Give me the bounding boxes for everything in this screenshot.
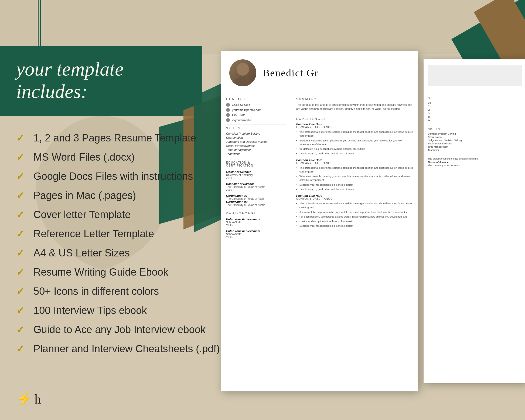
resume2-exp-note: The professional experience section shou… [428,157,522,160]
check-icon: ✓ [16,343,27,355]
skills-list: Complex Problem Solving Coordination Jud… [226,132,286,155]
skill-item: Judgment and Decision Making [226,140,286,143]
skill-item: Coordination [226,136,286,139]
exp-bullet-2-2: For each position, use detailed actions … [296,215,413,219]
exp-bullet-0-1: Include any specific accomplishments you… [296,139,413,147]
check-icon: ✓ [16,133,27,144]
resume2-item-4: Ti [428,116,522,118]
list-item: ✓ Guide to Ace any Job Interview ebook [16,324,221,336]
exp-bullet-0-3: * Avoid using 'I,' 'and,' 'the,' and the… [296,152,413,155]
edu-degree-2: Certification #1 [226,194,286,197]
banner-title: your template includes: [16,58,200,103]
exp-bullet-2-1: If you want the emphasis to be on your t… [296,210,413,214]
exp-bullet-1-0: The professional experience section shou… [296,166,413,174]
check-icon: ✓ [16,286,27,297]
resume-left-column: Contact 333.333.3333 youremail@email.com… [221,92,291,391]
edu-degree-3: Certification #2 [226,200,286,204]
list-item: ✓ Planner and Interview Cheatsheets (.pd… [16,343,221,355]
resume2-skill-coordination: Coordination [428,136,522,138]
edu-degree-0: Master of Science [226,170,286,174]
edu-school-2: The University of Texas at Austin [226,197,286,200]
list-item: ✓ MS Word Files (.docx) [16,151,221,163]
list-item-text: 50+ Icons in different colors [33,286,159,297]
achievement-list: Enter Your Achievement School/State YEAR… [226,218,286,239]
logo-wing-icon: ⚡ [16,391,32,407]
resume-body: Contact 333.333.3333 youremail@email.com… [221,92,418,391]
linkedin-icon [226,118,230,122]
list-item-text: Resume Writing Guide Ebook [33,266,168,278]
contact-phone: 333.333.3333 [226,103,286,107]
list-item: ✓ 100 Interview Tips ebook [16,305,221,316]
resume2-skills-section: Skills Complex Problem Solving Coordinat… [424,125,525,155]
resume2-section-title: S [428,97,522,100]
svg-point-1 [233,77,253,86]
list-item: ✓ Cover letter Template [16,209,221,221]
resume2-item-3: Sc [428,112,522,115]
achievement-item-1: Enter Your Achievement School/State YEAR [226,229,286,239]
skill-item: Teamwork [226,152,286,155]
summary-text: The purpose of this area is to direct em… [296,103,413,111]
resume2-skills-title: Skills [428,128,522,131]
resume2-skill-judgment: Judgment and Decision Making [428,139,522,142]
exp-bullet-0-2: Be details in your descriptions without … [296,147,413,151]
list-item-text: Guide to Ace any Job Interview ebook [33,324,206,336]
list-item: ✓ 1, 2 and 3 Pages Resume Template [16,132,221,144]
edu-degree-1: Bachelor of Science [226,182,286,185]
resume-preview-card-2: S Co Co Ju Sc Ti Te Skills Complex Probl… [424,59,525,383]
check-icon: ✓ [16,152,27,163]
exp-company-1: COMPANY|DATE RANGE [296,162,413,165]
list-item-text: Reference Letter Template [33,228,154,240]
education-section-title: Education &Certification [226,161,286,167]
location-icon [226,113,230,117]
contact-linkedin: in/yourlinkedin [226,118,286,122]
list-item-text: Cover letter Template [33,209,131,221]
svg-point-2 [237,63,249,76]
summary-section-title: Summary [296,97,413,101]
avatar [229,59,256,86]
exp-bullet-2-0: The professional experience section shou… [296,202,413,209]
exp-bullet-2-4: Describe your responsibilities in concis… [296,224,413,228]
resume2-header [424,59,525,94]
resume2-skill-time: Time Management [428,145,522,148]
exp-company-0: COMPANY|DATE RANGE [296,126,413,129]
brand-logo: ⚡ h [16,391,41,407]
list-item: ✓ A4 & US Letter Sizes [16,247,221,259]
list-item: ✓ Resume Writing Guide Ebook [16,266,221,278]
edu-year-0: 2011 [226,177,286,179]
list-item: ✓ Reference Letter Template [16,228,221,240]
resume-header: Benedict Gr [221,51,418,92]
resume2-experience-section: The professional experience section shou… [424,155,525,170]
list-item: ✓ 50+ Icons in different colors [16,286,221,297]
skill-item: Complex Problem Solving [226,132,286,135]
resume2-skill-teamwork: Teamwork [428,149,522,151]
list-item-text: Planner and Interview Cheatsheets (.pdf) [33,343,220,355]
avatar-placeholder [229,59,256,86]
achievement-item-0: Enter Your Achievement School/State YEAR [226,218,286,227]
list-item-text: MS Word Files (.docx) [33,151,135,163]
experiences-section-title: Experiences [296,117,413,120]
resume2-item-0: Co [428,101,522,104]
resume2-item-2: Ju [428,109,522,111]
achievement-section-title: Achievement [226,211,286,214]
exp-bullet-1-2: Describe your responsibilities in concis… [296,183,413,187]
resume2-item-1: Co [428,105,522,108]
exp-position-1: Position Title Here [296,158,413,162]
exp-position-2: Position Title Here [296,194,413,197]
skill-item: Social Perceptiveness [226,144,286,147]
resume-right-column: Summary The purpose of this area is to d… [291,92,418,391]
contact-section-title: Contact [226,97,286,101]
list-item-text: 100 Interview Tips ebook [33,305,147,316]
list-item-text: Pages in Mac (.pages) [33,190,136,201]
exp-bullet-2-3: Limit your description to the three or f… [296,219,413,223]
exp-company-2: COMPANY|DATE RANGE [296,197,413,200]
check-icon: ✓ [16,171,27,182]
resume2-item-5: Te [428,119,522,122]
education-list: Master of Science University of Kentucky… [226,170,286,206]
resume-name-container: Benedict Gr [263,67,319,79]
contact-email: youremail@email.com [226,108,286,112]
resume-person-name: Benedict Gr [263,67,319,79]
resume2-edu-school: The University of Texas Austin [428,164,522,167]
edu-year-1: 2009 [226,188,286,191]
check-icon: ✓ [16,267,27,278]
resume2-skill-complex: Complex Problem Solving [428,133,522,135]
